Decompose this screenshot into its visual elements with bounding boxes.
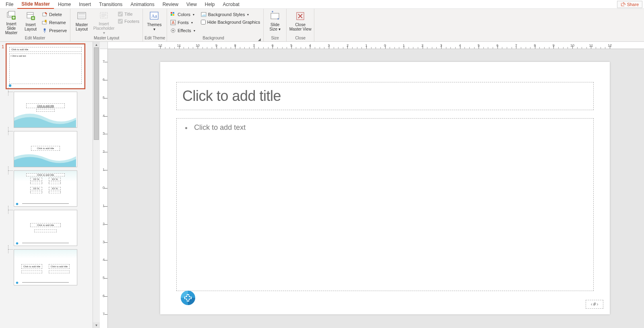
master-layout-group-label: Master Layout xyxy=(72,36,141,41)
layout-thumbnail-1[interactable]: Click to add title xyxy=(14,92,77,128)
slide-number-placeholder[interactable]: ‹#› xyxy=(586,300,603,309)
layout-thumbnail-3[interactable]: Click to add title XX % XX % XX % XX % xyxy=(14,170,77,207)
svg-rect-28 xyxy=(271,13,279,19)
menu-review[interactable]: Review xyxy=(159,0,182,8)
scroll-up-button[interactable]: ▲ xyxy=(93,42,100,47)
insert-placeholder-label: InsertPlaceholder ▾ xyxy=(92,22,116,35)
layout-row: Click to add title xyxy=(2,131,91,167)
svg-rect-12 xyxy=(78,15,85,18)
svg-rect-19 xyxy=(171,12,172,14)
thumb-title-a: Click to add title xyxy=(21,264,42,269)
slide[interactable]: Click to add title Click to add text xyxy=(160,62,610,314)
preserve-label: Preserve xyxy=(49,28,67,33)
rename-button[interactable]: Rename xyxy=(40,18,68,27)
svg-point-31 xyxy=(16,203,19,205)
hide-background-label: Hide Background Graphics xyxy=(207,20,260,25)
title-placeholder[interactable]: Click to add title xyxy=(176,82,594,110)
insert-placeholder-button[interactable]: InsertPlaceholder ▾ xyxy=(92,10,116,35)
layout-row: Click to add title Click to add title xyxy=(2,249,91,285)
insert-layout-icon xyxy=(25,10,36,22)
layout-thumbnail-5[interactable]: Click to add title Click to add title xyxy=(14,249,77,285)
thumb-body: • Click to add text xyxy=(9,53,82,84)
footers-checkbox: Footers xyxy=(116,18,141,25)
close-master-view-button[interactable]: CloseMaster View xyxy=(288,10,312,35)
share-icon xyxy=(621,2,625,7)
fonts-button[interactable]: A Fonts▾ xyxy=(169,18,196,27)
scroll-thumb[interactable] xyxy=(94,47,99,140)
title-checkbox-input xyxy=(118,12,123,16)
insert-slide-master-button[interactable]: Insert SlideMaster xyxy=(2,10,21,35)
background-styles-button[interactable]: Background Styles▾ xyxy=(199,10,262,18)
svg-text:A: A xyxy=(172,20,175,25)
thumb-sub-a xyxy=(21,271,42,273)
thumb-xx1: XX % xyxy=(30,178,42,181)
effects-button[interactable]: Effects▾ xyxy=(169,27,196,35)
menu-acrobat[interactable]: Acrobat xyxy=(219,0,244,8)
svg-rect-22 xyxy=(173,14,174,16)
vertical-ruler[interactable]: 765432101234567 xyxy=(100,49,108,328)
insert-slide-master-label: Insert SlideMaster xyxy=(2,22,21,35)
slide-logo-icon xyxy=(180,289,196,306)
footers-checkbox-input xyxy=(118,19,123,24)
slide-size-label: SlideSize ▾ xyxy=(270,23,281,31)
thumb-desc3 xyxy=(30,191,42,193)
body-placeholder[interactable]: Click to add text xyxy=(176,118,594,291)
slide-size-button[interactable]: SlideSize ▾ xyxy=(265,10,285,35)
master-layout-label: MasterLayout xyxy=(76,23,88,31)
insert-placeholder-icon xyxy=(98,10,109,21)
menu-slide-master[interactable]: Slide Master xyxy=(17,0,54,9)
menu-file[interactable]: File xyxy=(2,0,17,8)
scroll-down-button[interactable]: ▼ xyxy=(93,322,100,328)
background-dialog-launcher[interactable]: ◢ xyxy=(258,37,261,41)
thumb-title: Click to add title xyxy=(26,173,65,176)
svg-point-30 xyxy=(9,84,11,87)
thumb-title: Click to add title xyxy=(26,103,65,108)
ribbon-group-size: SlideSize ▾ Size xyxy=(264,9,287,41)
delete-button[interactable]: Delete xyxy=(40,10,68,18)
thumb-logo-icon xyxy=(16,242,19,245)
hide-background-input[interactable] xyxy=(201,20,206,25)
ribbon-group-background: Colors▾ A Fonts▾ Effects▾ Background Sty… xyxy=(167,9,264,41)
themes-icon: Aa xyxy=(149,10,160,22)
thumb-title: Click to add title xyxy=(31,146,60,151)
layout-thumbnail-4[interactable]: Click to add title xyxy=(14,210,77,246)
themes-label: Themes▾ xyxy=(147,23,161,31)
insert-layout-button[interactable]: InsertLayout xyxy=(22,10,39,35)
menu-view[interactable]: View xyxy=(182,0,201,8)
svg-rect-21 xyxy=(171,14,172,16)
workspace: 1 Click to add title • Click to add text… xyxy=(0,42,644,328)
background-styles-label: Background Styles xyxy=(208,12,245,17)
menu-home[interactable]: Home xyxy=(54,0,75,8)
slide-canvas[interactable]: Click to add title Click to add text xyxy=(108,49,644,328)
edit-area: 1211109876543210123456789101112 76543210… xyxy=(100,42,644,328)
edit-master-group-label: Edit Master xyxy=(2,36,68,41)
close-icon xyxy=(295,10,306,22)
thumbnail-scrollbar[interactable]: ▲ ▼ xyxy=(93,42,100,328)
thumbnail-list[interactable]: 1 Click to add title • Click to add text… xyxy=(0,42,93,328)
hide-background-checkbox[interactable]: Hide Background Graphics xyxy=(199,18,262,26)
menu-help[interactable]: Help xyxy=(201,0,219,8)
edit-theme-group-label: Edit Theme xyxy=(144,36,165,41)
layout-thumbnail-2[interactable]: Click to add title xyxy=(14,131,77,167)
thumb-title-b: Click to add title xyxy=(49,264,70,269)
scroll-track[interactable] xyxy=(93,47,100,322)
master-layout-button[interactable]: MasterLayout xyxy=(72,10,91,35)
svg-rect-11 xyxy=(78,13,85,14)
ribbon-group-master-layout: MasterLayout InsertPlaceholder ▾ Title F… xyxy=(70,9,143,41)
menu-insert[interactable]: Insert xyxy=(75,0,95,8)
ribbon: Insert SlideMaster InsertLayout Delete R… xyxy=(0,9,644,42)
colors-button[interactable]: Colors▾ xyxy=(169,10,196,18)
menu-animations[interactable]: Animations xyxy=(126,0,158,8)
menu-transitions[interactable]: Transitions xyxy=(95,0,126,8)
insert-slide-master-icon xyxy=(6,10,17,21)
themes-button[interactable]: Aa Themes▾ xyxy=(144,10,164,35)
share-button[interactable]: Share xyxy=(617,1,642,8)
horizontal-ruler[interactable]: 1211109876543210123456789101112 xyxy=(108,42,644,49)
master-thumbnail[interactable]: Click to add title • Click to add text xyxy=(6,44,85,88)
background-group-label: Background xyxy=(169,36,258,41)
ribbon-group-edit-master: Insert SlideMaster InsertLayout Delete R… xyxy=(0,9,70,41)
preserve-button[interactable]: Preserve xyxy=(40,27,68,35)
thumbnail-panel: 1 Click to add title • Click to add text… xyxy=(0,42,100,328)
close-master-view-label: CloseMaster View xyxy=(289,23,312,31)
thumb-xx3: XX % xyxy=(30,187,42,190)
